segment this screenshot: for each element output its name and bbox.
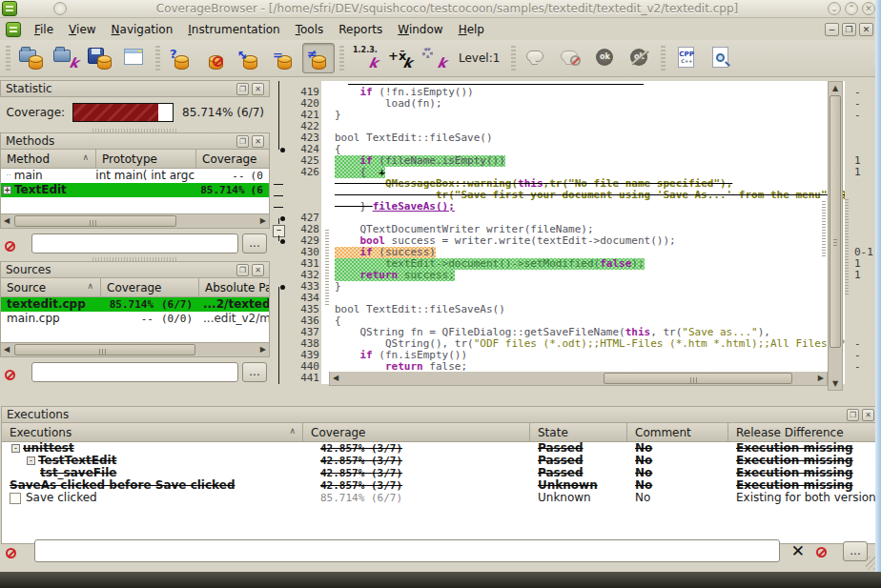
mdi-minimize-button[interactable]: − bbox=[825, 23, 839, 36]
execution-row[interactable]: -TestTextEdit42.857% (3/7)PassedNoExecut… bbox=[2, 455, 879, 467]
menu-help[interactable]: Help bbox=[451, 20, 492, 39]
code-line[interactable]: } fileSaveAs(); bbox=[272, 201, 881, 213]
executions-unknown-button[interactable]: ? bbox=[165, 43, 197, 73]
methods-hscrollbar[interactable]: ◀ ▶ bbox=[0, 214, 270, 229]
expander-icon[interactable]: + bbox=[3, 186, 11, 194]
statistics-run-button[interactable]: 1.2.3.k bbox=[349, 43, 381, 73]
source-row[interactable]: main.cpp--(0/0)...edit_v2/ma bbox=[1, 312, 269, 326]
mdi-restore-button[interactable]: ❐ bbox=[842, 23, 856, 36]
execution-row[interactable]: Save clicked85.714% (6/7)UnknownNoExisti… bbox=[2, 492, 879, 504]
close-panel-icon[interactable]: ✕ bbox=[252, 83, 264, 95]
cpp-file-button[interactable]: CPPC++ bbox=[670, 43, 703, 73]
source-row[interactable]: textedit.cpp85.714%(6/7)...2/textedit bbox=[1, 297, 269, 312]
sources-hscrollbar[interactable]: ◀ ▶ bbox=[0, 343, 270, 357]
expander-icon[interactable]: - bbox=[27, 456, 35, 465]
method-row[interactable]: ··mainint main( int argc...--(0 bbox=[1, 169, 269, 183]
close-panel-icon[interactable]: ✕ bbox=[252, 264, 264, 276]
methods-filter-more-button[interactable]: ... bbox=[242, 233, 267, 253]
code-line[interactable]: 430 if (success)0-1 bbox=[272, 247, 881, 258]
scroll-down-icon[interactable]: ▼ bbox=[832, 379, 838, 388]
settings-run-button[interactable]: k bbox=[418, 43, 450, 73]
code-line[interactable]: 436{ bbox=[272, 315, 881, 327]
sources-filter-input[interactable] bbox=[31, 362, 238, 382]
comment-button[interactable] bbox=[521, 43, 553, 73]
source-code-view[interactable]: 419 if (!fn.isEmpty())-420 load(fn);-421… bbox=[272, 77, 881, 404]
code-line[interactable]: 432 return success;1 bbox=[272, 270, 881, 281]
mdi-close-button[interactable]: ✕ bbox=[859, 23, 873, 36]
code-vscrollbar[interactable]: ▲ ▼ bbox=[828, 81, 843, 391]
maximize-button[interactable]: ⌃ bbox=[845, 2, 858, 15]
executions-equal-button[interactable]: = bbox=[268, 43, 300, 73]
menu-file[interactable]: File bbox=[27, 20, 61, 39]
code-line[interactable]: tr("Save first your document using 'Save… bbox=[272, 190, 881, 201]
methods-header[interactable]: Method∧ Prototype Coverage bbox=[0, 150, 270, 169]
close-button[interactable]: ✕ bbox=[862, 2, 875, 15]
code-line[interactable]: 425 if (fileName.isEmpty())1 bbox=[272, 155, 881, 167]
float-panel-icon[interactable]: ❐ bbox=[847, 409, 859, 421]
code-line[interactable]: 438 QString(), tr("ODF files (*.odt);;HT… bbox=[272, 338, 881, 350]
expander-icon[interactable]: - bbox=[11, 444, 20, 453]
sources-filter-more-button[interactable]: ... bbox=[242, 362, 267, 382]
code-line[interactable]: 426 { +1 bbox=[272, 167, 881, 178]
code-line[interactable]: 419 if (!fn.isEmpty())- bbox=[272, 87, 881, 98]
code-line[interactable]: 420 load(fn);- bbox=[272, 98, 881, 110]
mean-run-button[interactable]: +x̄k bbox=[383, 43, 416, 73]
toolbar-grip[interactable] bbox=[339, 46, 344, 71]
toolbar-grip[interactable] bbox=[155, 46, 160, 71]
minusbox-marker[interactable] bbox=[272, 224, 287, 235]
toolbar-grip[interactable] bbox=[6, 46, 10, 71]
scroll-up-icon[interactable]: ▲ bbox=[832, 84, 838, 92]
menu-navigation[interactable]: Navigation bbox=[104, 20, 181, 39]
code-line[interactable]: 431 textEdit->document()->setModified(fa… bbox=[272, 258, 881, 270]
code-line[interactable]: 421}- bbox=[272, 110, 881, 121]
executions-stop-button[interactable] bbox=[199, 43, 232, 73]
execution-checkbox[interactable] bbox=[10, 493, 21, 504]
validate-ok-button[interactable]: ok bbox=[589, 43, 622, 73]
window-menu-button[interactable] bbox=[53, 2, 67, 15]
save-database-button[interactable] bbox=[84, 43, 116, 73]
code-line[interactable]: 424{ bbox=[272, 144, 881, 155]
scroll-right-icon[interactable]: ▶ bbox=[260, 345, 266, 354]
menu-reports[interactable]: Reports bbox=[331, 20, 390, 39]
code-line[interactable]: QMessageBox::warning(this,tr("No file na… bbox=[272, 178, 881, 190]
code-line[interactable]: 428 QTextDocumentWriter writer(fileName)… bbox=[272, 224, 881, 235]
scroll-left-icon[interactable]: ◀ bbox=[333, 374, 338, 382]
code-line[interactable]: 433} bbox=[272, 281, 881, 293]
file-preview-button[interactable] bbox=[705, 43, 737, 73]
method-row[interactable]: +TextEdit85.714%(6 bbox=[1, 183, 269, 197]
scroll-left-icon[interactable]: ◀ bbox=[4, 345, 10, 354]
open-database-button[interactable] bbox=[15, 43, 48, 73]
close-panel-icon[interactable]: ✕ bbox=[252, 135, 264, 148]
toolbar-grip[interactable] bbox=[661, 46, 666, 71]
remove-filter-icon[interactable] bbox=[812, 541, 833, 560]
menu-window[interactable]: Window bbox=[390, 20, 450, 39]
methods-filter-input[interactable] bbox=[31, 233, 238, 253]
clear-filter-icon[interactable]: ✕ bbox=[786, 541, 810, 560]
scroll-right-icon[interactable]: ▶ bbox=[818, 374, 824, 382]
scroll-thumb[interactable] bbox=[14, 215, 176, 227]
shade-button[interactable]: ⌄ bbox=[828, 2, 841, 15]
close-panel-icon[interactable]: ✕ bbox=[862, 409, 874, 421]
menu-instrumentation[interactable]: Instrumentation bbox=[180, 20, 287, 39]
open-execution-button[interactable]: k bbox=[50, 43, 82, 73]
executions-notequal-button[interactable]: ≠ bbox=[302, 43, 335, 73]
comment-remove-button[interactable] bbox=[555, 43, 587, 73]
float-panel-icon[interactable]: ❐ bbox=[236, 264, 249, 276]
executions-filter-more-button[interactable]: ... bbox=[843, 541, 868, 561]
menu-view[interactable]: View bbox=[61, 20, 103, 39]
execution-row[interactable]: tst_saveFile42.857% (3/7)PassedNoExecuti… bbox=[2, 467, 879, 479]
code-hscrollbar[interactable]: ◀ ▶ bbox=[329, 372, 828, 386]
float-panel-icon[interactable]: ❐ bbox=[236, 135, 249, 148]
new-window-button[interactable] bbox=[118, 43, 151, 73]
execution-row[interactable]: SaveAs clicked before Save clicked42.857… bbox=[2, 479, 879, 492]
code-line[interactable]: 427 bbox=[272, 213, 881, 224]
scroll-thumb[interactable] bbox=[830, 95, 841, 348]
executions-compare-button[interactable]: ↔ bbox=[234, 43, 266, 73]
code-line[interactable]: 422 bbox=[272, 121, 881, 132]
code-line[interactable]: 435bool TextEdit::fileSaveAs() bbox=[272, 304, 881, 315]
executions-header[interactable]: Executions∧ Coverage State Comment Relea… bbox=[1, 423, 880, 442]
scroll-left-icon[interactable]: ◀ bbox=[4, 216, 10, 225]
scroll-thumb[interactable] bbox=[604, 373, 792, 384]
menu-tools[interactable]: Tools bbox=[288, 20, 332, 39]
scroll-thumb[interactable] bbox=[14, 344, 195, 355]
